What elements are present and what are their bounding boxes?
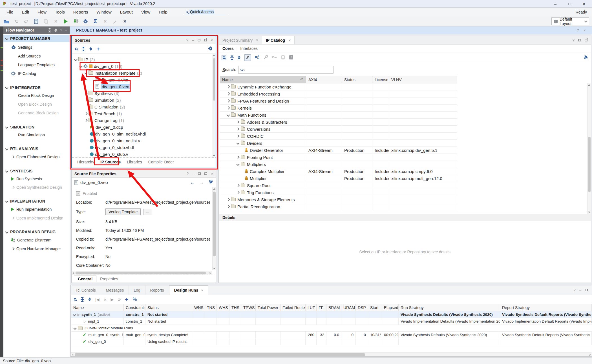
catalog-row[interactable]: Memories & Storage Elements: [220, 196, 458, 203]
tab-reports[interactable]: Reports: [145, 285, 169, 295]
collapse-all-icon[interactable]: [82, 47, 85, 51]
sidebar-item-generate-bitstream[interactable]: 0110Generate Bitstream: [3, 236, 70, 244]
gear-icon[interactable]: [209, 179, 213, 185]
add-sources-icon[interactable]: +: [96, 46, 100, 52]
tree-item-div-gen-0[interactable]: div_gen_0(16): [72, 63, 216, 70]
collapsed-panel-strip[interactable]: [0, 26, 3, 357]
sidebar-section-synthesis[interactable]: SYNTHESIS: [3, 167, 70, 175]
chevron-right-icon[interactable]: [236, 134, 239, 137]
chevron-right-icon[interactable]: [227, 85, 230, 88]
chevron-down-icon[interactable]: [236, 163, 239, 166]
run-icon[interactable]: ▶: [111, 297, 114, 302]
tab-properties[interactable]: Properties: [96, 276, 122, 282]
sources-vertical-scrollbar[interactable]: [212, 54, 216, 157]
sidebar-item-run-implementation[interactable]: Run Implementation: [3, 206, 70, 213]
copy-icon[interactable]: [42, 18, 50, 25]
tree-item-sim-netlist-vhdl[interactable]: div_gen_0_sim_netlist.vhdl: [72, 130, 216, 137]
close-tab-icon[interactable]: ×: [201, 288, 203, 292]
minimize-panel-icon[interactable]: –: [579, 288, 581, 292]
sfp-horizontal-scrollbar[interactable]: <>: [72, 271, 212, 275]
run-row-synth-1[interactable]: ▷synth_1 (active) constrs_1Not started V…: [71, 311, 592, 318]
sidebar-section-project-manager[interactable]: PROJECT MANAGER: [3, 35, 70, 42]
sidebar-item-create-block-design[interactable]: Create Block Design: [3, 92, 70, 99]
chevron-down-icon[interactable]: [236, 141, 239, 145]
minimize-panel-icon[interactable]: –: [192, 38, 194, 42]
redo-icon[interactable]: [23, 18, 30, 25]
close-panel-icon[interactable]: ×: [211, 172, 213, 176]
catalog-row[interactable]: Trig Functions: [220, 189, 458, 196]
chevron-right-icon[interactable]: [236, 184, 239, 187]
minimize-panel-icon[interactable]: –: [65, 28, 67, 32]
tree-item-stub-v[interactable]: div_gen_0_stub.v: [72, 151, 216, 157]
maximize-icon[interactable]: □: [568, 1, 571, 6]
catalog-row[interactable]: Square Root: [220, 182, 458, 189]
sfp-panel-header[interactable]: Source File Properties ? – ×: [72, 170, 216, 178]
tree-item-div-gen-0-dcp[interactable]: div_gen_0.dcp: [72, 124, 216, 130]
report-document-icon[interactable]: [32, 18, 40, 25]
chevron-right-icon[interactable]: [227, 92, 230, 95]
create-run-icon[interactable]: +: [125, 296, 128, 303]
sidebar-item-run-simulation[interactable]: Run Simulation: [3, 131, 70, 139]
column-vlnv[interactable]: VLNV: [389, 76, 457, 83]
collapse-all-icon[interactable]: [81, 297, 84, 302]
search-icon[interactable]: [74, 298, 76, 301]
chevron-right-icon[interactable]: [227, 99, 230, 102]
chevron-down-icon[interactable]: [84, 71, 87, 74]
float-panel-icon[interactable]: [204, 39, 207, 41]
chevron-right-icon[interactable]: [84, 98, 87, 101]
catalog-row[interactable]: Dynamic Function eXchange: [220, 83, 458, 90]
sidebar-item-open-hardware-manager[interactable]: Open Hardware Manager: [3, 245, 70, 252]
sidebar-section-program-and-debug[interactable]: PROGRAM AND DEBUG: [3, 228, 70, 236]
tree-item-test-bench[interactable]: Test Bench(1): [72, 110, 216, 117]
close-tab-icon[interactable]: ×: [288, 38, 291, 42]
sidebar-section-rtl-analysis[interactable]: RTL ANALYSIS: [3, 145, 70, 152]
help-icon[interactable]: ?: [186, 38, 188, 42]
chevron-right-icon[interactable]: [236, 191, 239, 194]
chevron-down-icon[interactable]: [73, 313, 76, 316]
catalog-row[interactable]: Kernels: [220, 105, 458, 112]
catalog-row[interactable]: Conversions: [220, 126, 458, 133]
run-group-out-of-context[interactable]: Out-of-Context Module Runs: [71, 325, 592, 332]
first-run-icon[interactable]: |◀: [95, 297, 99, 302]
menu-layout[interactable]: Layout: [116, 8, 137, 16]
chevron-right-icon[interactable]: [227, 198, 230, 201]
catalog-row[interactable]: Multipliers: [220, 161, 458, 168]
minimize-panel-icon[interactable]: –: [192, 172, 194, 176]
run-row-mult-gen-0-synth-1[interactable]: ✓mult_gen_0_synth_1 mult_gen_0synth_desi…: [71, 332, 592, 338]
column-axi4[interactable]: AXI4: [306, 76, 342, 83]
sidebar-item-language-templates[interactable]: Language Templates: [3, 61, 70, 68]
sigma-report-icon[interactable]: Σ: [92, 18, 99, 25]
collapse-all-icon[interactable]: [230, 56, 234, 60]
chevron-right-icon[interactable]: [84, 112, 87, 115]
tab-design-runs[interactable]: Design Runs×: [169, 285, 208, 295]
sidebar-section-simulation[interactable]: SIMULATION: [3, 123, 70, 131]
quick-access-search[interactable]: Quick Access: [184, 9, 228, 15]
kill-icon[interactable]: ×: [121, 18, 129, 25]
tree-item-sim-netlist-v[interactable]: div_gen_0_sim_netlist.v: [72, 137, 216, 144]
close-icon[interactable]: ×: [583, 1, 585, 6]
menu-flow[interactable]: Flow: [33, 8, 51, 16]
undo-icon[interactable]: [13, 18, 20, 25]
chip-icon[interactable]: [281, 55, 285, 60]
column-license[interactable]: License: [372, 76, 389, 83]
expand-all-icon[interactable]: [89, 47, 92, 51]
tab-ip-catalog[interactable]: IP Catalog×: [262, 36, 295, 44]
chevron-down-icon[interactable]: [227, 113, 230, 116]
percent-icon[interactable]: %: [132, 297, 137, 302]
sidebar-item-open-block-design[interactable]: Open Block Design: [3, 101, 70, 108]
sidebar-item-open-elaborated-design[interactable]: Open Elaborated Design: [3, 153, 70, 161]
settings-gear-icon[interactable]: [82, 18, 89, 25]
sources-panel-header[interactable]: Sources ? – ×: [72, 36, 216, 44]
expand-all-icon[interactable]: [88, 298, 91, 301]
sfp-vertical-scrollbar[interactable]: [212, 187, 216, 270]
catalog-vertical-scrollbar[interactable]: [587, 83, 591, 214]
chevron-right-icon[interactable]: [236, 120, 239, 123]
tree-item-div-gen-0-veo[interactable]: div_gen_0.veo: [72, 83, 216, 90]
catalog-row[interactable]: Partial Reconfiguration: [220, 203, 458, 210]
catalog-row[interactable]: FPGA Features and Design: [220, 97, 458, 105]
catalog-row[interactable]: Adders & Subtracters: [220, 119, 458, 126]
chevron-down-icon[interactable]: [73, 327, 76, 330]
chevron-right-icon[interactable]: [227, 106, 230, 109]
tab-tcl-console[interactable]: Tcl Console: [71, 285, 101, 295]
chevron-right-icon[interactable]: [84, 92, 87, 95]
